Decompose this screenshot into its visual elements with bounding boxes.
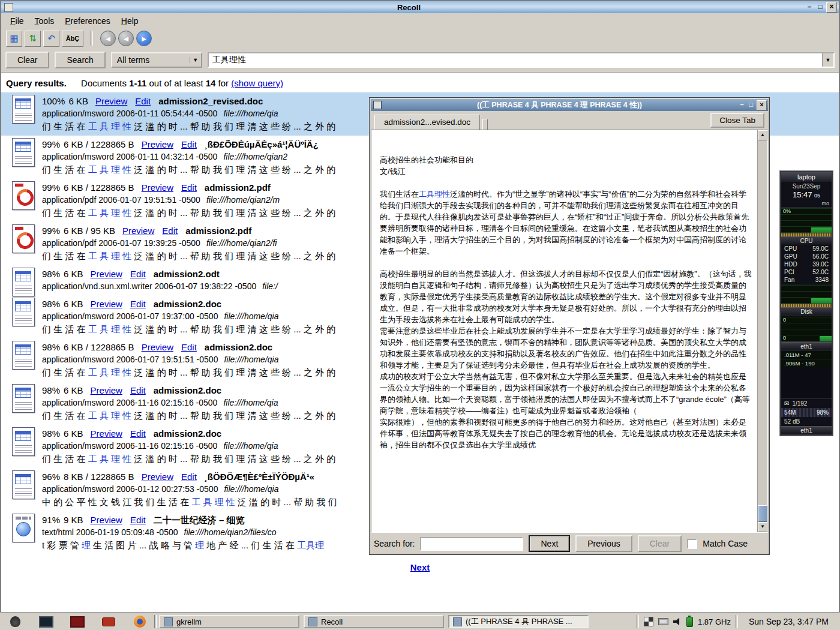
sort-button[interactable]: ⇅ <box>25 31 41 47</box>
launcher-monitor-button[interactable] <box>70 614 85 629</box>
preview-link[interactable]: Preview <box>95 96 127 106</box>
minimize-button[interactable]: – <box>805 2 814 12</box>
battery-icon[interactable] <box>686 617 693 627</box>
sensor-value: 52.0C <box>812 268 829 276</box>
launcher-menu-button[interactable] <box>8 614 22 629</box>
sort-icon: ⇅ <box>29 33 37 44</box>
search-button[interactable]: Search <box>55 52 105 68</box>
first-page-button[interactable]: ▦ <box>6 31 22 47</box>
preview-minimize-button[interactable]: – <box>737 101 746 110</box>
term-explorer-button[interactable]: ÂbÇ <box>62 31 83 47</box>
result-relevance: 98% <box>42 342 60 352</box>
volume-icon[interactable] <box>673 617 682 626</box>
gkrellm-monitor[interactable]: laptop Sun23Sep 15:47 05 mo 0% CPU CPU59… <box>780 171 833 436</box>
preview-titlebar[interactable]: ((工 PHRASE 4 具 PHRASE 4 理 PHRASE 4 性)) –… <box>371 99 768 111</box>
menu-tools[interactable]: Tools <box>29 14 60 28</box>
taskbar-task-button[interactable]: Recoll <box>304 615 444 628</box>
find-clear-button[interactable]: Clear <box>638 535 682 552</box>
preview-link[interactable]: Preview <box>142 472 173 482</box>
menu-help[interactable]: Help <box>116 14 144 28</box>
search-mode-value: All terms <box>112 55 190 65</box>
preview-link[interactable]: Preview <box>142 182 173 193</box>
edit-link[interactable]: Edit <box>130 269 146 279</box>
preview-link[interactable]: Preview <box>142 139 173 149</box>
preview-maximize-button[interactable]: □ <box>746 101 755 110</box>
keyboard-layout-icon[interactable] <box>658 618 668 625</box>
match-case-checkbox[interactable] <box>687 539 697 549</box>
cpu-chart: 0% <box>781 207 832 233</box>
desktop: Recoll – □ × File Tools Preferences Help… <box>0 0 840 630</box>
results-title: Query results. <box>6 78 67 88</box>
doc-file-icon <box>12 298 35 326</box>
menu-preferences[interactable]: Preferences <box>59 14 116 28</box>
result-title: 二十一世纪经济 – 细览 <box>154 515 245 525</box>
clear-button[interactable]: Clear <box>5 52 49 68</box>
preview-link[interactable]: Preview <box>142 342 173 352</box>
disk-write-label: 0 <box>783 335 786 341</box>
preview-link[interactable]: Preview <box>91 385 122 395</box>
maximize-button[interactable]: □ <box>815 2 825 12</box>
result-relevance: 100% <box>42 96 65 106</box>
edit-link[interactable]: Edit <box>130 385 146 395</box>
result-mime-date: application/vnd.sun.xml.writer 2006-01-0… <box>42 281 256 291</box>
edit-link[interactable]: Edit <box>130 299 146 309</box>
preview-link[interactable]: Preview <box>91 269 122 279</box>
cpu-percent: 0% <box>783 208 791 214</box>
query-history-dropdown[interactable]: ▼ <box>822 53 833 67</box>
find-previous-button[interactable]: Previous <box>575 535 632 552</box>
search-mode-select[interactable]: All terms ▼ <box>111 52 202 68</box>
menu-file[interactable]: File <box>5 14 29 28</box>
result-title: admission2.odt <box>154 269 220 279</box>
nav-back2-button[interactable]: ◀ <box>118 31 134 46</box>
launcher-toolbox-button[interactable] <box>101 614 116 629</box>
pdf-file-icon <box>12 181 35 210</box>
result-mime-date: application/msword 2006-11-16 02:15:16 -… <box>42 398 217 407</box>
edit-link[interactable]: Edit <box>135 96 151 106</box>
file-icon-wrap <box>5 427 42 468</box>
edit-link[interactable]: Edit <box>181 472 197 482</box>
odt-file-icon <box>12 268 35 296</box>
close-button[interactable]: × <box>826 2 837 13</box>
nav-back-button[interactable]: ◀ <box>100 31 116 46</box>
preview-link[interactable]: Preview <box>122 226 154 236</box>
result-title: ¸ßÐ£ÕÐÉúµÄÉç»á¹¦ÄÜºÍÄ¿ <box>205 139 319 149</box>
sensor-row: HDD39.0C <box>781 260 832 268</box>
preview-tab[interactable]: admission2...evised.doc <box>374 115 480 130</box>
preview-link[interactable]: Preview <box>91 299 122 309</box>
preview-close-button[interactable]: × <box>757 100 767 110</box>
sensor-value: 39.0C <box>812 260 829 268</box>
history-button[interactable]: ↶ <box>43 31 59 47</box>
window-titlebar[interactable]: Recoll – □ × <box>1 1 839 13</box>
result-relevance: 99% <box>42 226 60 236</box>
find-next-button[interactable]: Next <box>529 535 570 552</box>
preview-paragraph: 成功的校友对于公立大学当然有益无害，但不像对私立大学那么至关重要。但是选入未来社… <box>380 371 752 416</box>
pager-icon[interactable] <box>644 617 653 626</box>
taskbar-task-button[interactable]: ((工 PHRASE 4 具 PHRASE ... <box>448 615 589 628</box>
edit-link[interactable]: Edit <box>130 515 146 525</box>
launcher-firefox-button[interactable] <box>133 614 147 629</box>
preview-link[interactable]: Preview <box>91 515 122 525</box>
close-tab-button[interactable]: Close Tab <box>710 113 764 128</box>
preview-scrollbar[interactable]: ▲ ▼ <box>757 130 767 532</box>
edit-link[interactable]: Edit <box>181 342 197 352</box>
edit-link[interactable]: Edit <box>162 226 178 236</box>
menubar: File Tools Preferences Help <box>1 13 839 28</box>
query-input[interactable] <box>209 53 822 67</box>
edit-link[interactable]: Edit <box>130 428 146 439</box>
forward-icon: ▶ <box>142 35 146 42</box>
show-query-link[interactable]: (show query) <box>231 78 283 88</box>
scroll-up-icon[interactable]: ▲ <box>758 130 767 140</box>
find-input[interactable] <box>420 537 523 551</box>
taskbar-task-button[interactable]: gkrellm <box>159 615 299 628</box>
edit-link[interactable]: Edit <box>181 182 197 193</box>
next-page-link[interactable]: Next <box>410 562 430 572</box>
sensor-row: PCI52.0C <box>781 268 832 276</box>
scrollbar-thumb[interactable] <box>758 505 767 522</box>
edit-link[interactable]: Edit <box>181 139 197 149</box>
nav-forward-button[interactable]: ▶ <box>136 31 152 46</box>
preview-link[interactable]: Preview <box>91 428 122 439</box>
result-url: file:/ <box>262 281 278 291</box>
result-mime-date: application/msword 2006-11-16 02:15:16 -… <box>42 441 217 451</box>
scroll-down-icon[interactable]: ▼ <box>758 522 767 532</box>
launcher-terminal-button[interactable] <box>39 614 53 629</box>
